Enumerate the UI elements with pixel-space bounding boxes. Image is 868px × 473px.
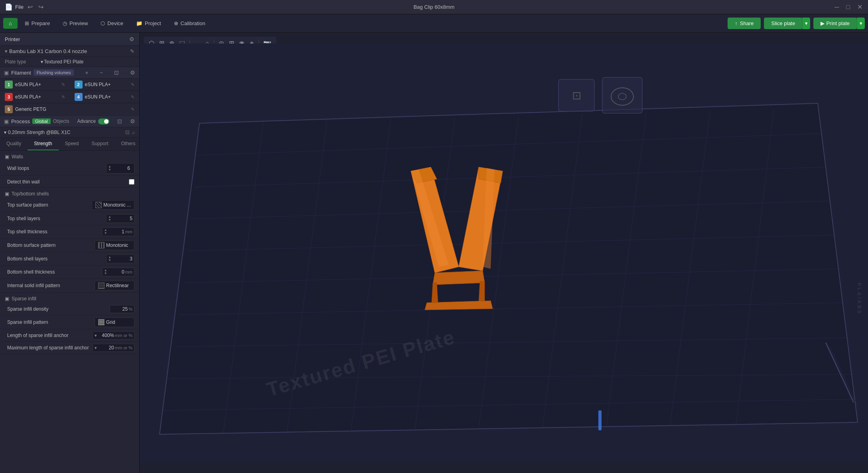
- profile-copy-icon[interactable]: ⊡: [125, 129, 130, 135]
- bottom-shell-thickness-row: Bottom shell thickness ▲ ▼ 0 mm: [0, 266, 139, 279]
- wall-loops-value: ▲ ▼ 6: [106, 163, 134, 173]
- printer-edit-icon[interactable]: ✎: [130, 48, 134, 54]
- tab-others[interactable]: Others: [114, 138, 140, 150]
- objects-badge[interactable]: Objects: [53, 118, 69, 124]
- calibration-tab[interactable]: ⊕ Calibration: [168, 18, 211, 29]
- advance-label: Advance: [77, 118, 96, 124]
- global-badge[interactable]: Global: [32, 118, 51, 124]
- top-bottom-section-label: Top/bottom shells: [12, 191, 49, 197]
- process-section-header: ▣ Process Global Objects Advance ⊡ ⚙: [0, 116, 139, 127]
- share-button[interactable]: ↑ Share: [728, 18, 761, 29]
- file-icon: 📄: [5, 3, 13, 11]
- internal-solid-infill-dropdown[interactable]: Rectilinear: [95, 281, 134, 290]
- filament-item-4: 4 eSUN PLA+ ✎: [70, 91, 140, 103]
- sparse-infill-density-value: 25 %: [110, 305, 134, 313]
- bottom-shell-thickness-input[interactable]: 0: [108, 269, 124, 275]
- filament-num-1: 1: [5, 81, 13, 89]
- max-length-sparse-arrow: ▾: [95, 345, 97, 351]
- top-shell-thickness-input[interactable]: 1: [108, 229, 124, 235]
- max-length-sparse-row: Maximum length of sparse infill anchor ▾…: [0, 342, 139, 354]
- wall-loops-spinners[interactable]: ▲ ▼: [108, 165, 111, 171]
- filament-add-icon[interactable]: +: [85, 69, 88, 76]
- file-label[interactable]: File: [15, 4, 24, 10]
- filament-edit-3[interactable]: ✎: [61, 95, 65, 100]
- flushing-volumes-button[interactable]: Flushing volumes: [34, 69, 74, 76]
- print-plate-button[interactable]: ▶ Print plate: [813, 18, 857, 29]
- process-label: Process: [11, 118, 30, 124]
- process-settings-icon[interactable]: ⚙: [130, 118, 135, 124]
- prepare-tab[interactable]: ⊞ Prepare: [19, 18, 55, 29]
- tab-strength[interactable]: Strength: [28, 138, 58, 150]
- profile-search-icon[interactable]: ⌕: [132, 129, 135, 135]
- top-surface-pattern-value: Monotonic ...: [92, 200, 134, 210]
- window-title: Bag Clip 60x8mm: [414, 4, 455, 10]
- project-tab[interactable]: 📁 Project: [130, 18, 166, 29]
- top-shell-thickness-unit: mm: [125, 229, 132, 234]
- file-menu[interactable]: 📄 File ↩ ↪: [5, 2, 45, 12]
- top-surface-pattern-dropdown[interactable]: Monotonic ...: [92, 200, 134, 210]
- bottom-shell-layers-spinners[interactable]: ▲ ▼: [108, 256, 111, 262]
- detect-thin-wall-checkbox[interactable]: [129, 179, 134, 185]
- filament-edit-2[interactable]: ✎: [131, 82, 134, 87]
- print-label: Print plate: [826, 20, 850, 26]
- settings-scroll[interactable]: ▣ Walls Wall loops ▲ ▼ 6 D: [0, 151, 139, 473]
- sparse-infill-density-input[interactable]: 25: [112, 306, 128, 312]
- redo-button[interactable]: ↪: [37, 2, 45, 12]
- viewport[interactable]: ⬡ ⊞ ⊕ ⬚ — ⌂ ◎ ⊞ ◉ ◈ 📷: [140, 33, 868, 473]
- bottom-shell-layers-input[interactable]: 3: [112, 256, 132, 262]
- device-icon: ⬡: [101, 20, 105, 26]
- top-shell-layers-spinners[interactable]: ▲ ▼: [108, 215, 111, 222]
- bottom-shell-thickness-spinners[interactable]: ▲ ▼: [104, 269, 107, 275]
- filament-edit-4[interactable]: ✎: [131, 95, 134, 100]
- tab-support[interactable]: Support: [85, 138, 114, 150]
- wall-loops-input[interactable]: 6: [112, 164, 132, 172]
- share-icon: ↑: [735, 20, 738, 26]
- flushing-label: Flushing volumes: [37, 70, 71, 75]
- max-length-sparse-input[interactable]: 20: [98, 345, 114, 351]
- titlebar: 📄 File ↩ ↪ Bag Clip 60x8mm ─ □ ✕: [0, 0, 868, 14]
- print-icon: ▶: [821, 20, 825, 26]
- sparse-infill-pattern-dropdown[interactable]: Grid: [95, 317, 134, 327]
- process-copy-icon[interactable]: ⊡: [117, 118, 122, 124]
- slice-plate-button[interactable]: Slice plate: [764, 18, 802, 29]
- project-icon: 📁: [136, 20, 142, 26]
- print-dropdown-button[interactable]: ▾: [857, 18, 865, 29]
- top-shell-layers-input[interactable]: 5: [112, 216, 132, 221]
- bottom-shell-thickness-label: Bottom shell thickness: [7, 269, 102, 275]
- bottom-surface-pattern-text: Monotonic: [106, 242, 128, 248]
- filament-remove-icon[interactable]: −: [100, 69, 103, 76]
- top-surface-pattern-label: Top surface pattern: [7, 202, 92, 208]
- bottom-surface-pattern-dropdown[interactable]: Monotonic: [95, 240, 134, 250]
- printer-settings-icon[interactable]: ⚙: [129, 36, 134, 42]
- preview-tab[interactable]: ◷ Preview: [57, 18, 93, 29]
- slice-dropdown-button[interactable]: ▾: [802, 18, 810, 29]
- tab-speed[interactable]: Speed: [59, 138, 85, 150]
- filament-edit-1[interactable]: ✎: [61, 82, 65, 87]
- slice-label: Slice plate: [771, 20, 795, 26]
- filament-edit-5[interactable]: ✎: [131, 107, 134, 112]
- device-tab[interactable]: ⬡ Device: [95, 18, 129, 29]
- bottom-shell-layers-row: Bottom shell layers ▲ ▼ 3: [0, 252, 139, 266]
- bottom-shell-layers-value: ▲ ▼ 3: [106, 254, 134, 263]
- tab-quality[interactable]: Quality: [0, 138, 28, 150]
- advance-toggle[interactable]: [98, 118, 109, 124]
- filament-name-3: eSUN PLA+: [15, 94, 61, 100]
- top-shell-thickness-spinners[interactable]: ▲ ▼: [104, 229, 107, 235]
- plate-type-value[interactable]: ▾ Textured PEI Plate: [41, 59, 83, 65]
- top-surface-pattern-icon: [95, 202, 102, 208]
- maximize-button[interactable]: □: [844, 2, 852, 12]
- sparse-infill-density-unit: %: [128, 307, 132, 311]
- filament-copy-icon[interactable]: ⊡: [114, 69, 119, 76]
- plate-svg: ⊡ Textured PEI Plate PLA/ABS: [140, 33, 868, 473]
- svg-rect-44: [598, 410, 602, 430]
- filament-item-2: 2 eSUN PLA+ ✎: [70, 79, 140, 91]
- undo-button[interactable]: ↩: [26, 2, 34, 12]
- profile-row: ▾ 0.20mm Strength @BBL X1C ⊡ ⌕: [0, 127, 139, 138]
- home-button[interactable]: ⌂: [3, 18, 18, 29]
- close-button[interactable]: ✕: [856, 2, 864, 12]
- length-sparse-anchor-input[interactable]: 400%: [98, 333, 114, 338]
- minimize-button[interactable]: ─: [833, 2, 840, 12]
- filament-settings-icon[interactable]: ⚙: [130, 69, 135, 76]
- printer-name-label: Bambu Lab X1 Carbon 0.4 nozzle: [9, 48, 87, 54]
- filament-name-2: eSUN PLA+: [85, 82, 131, 87]
